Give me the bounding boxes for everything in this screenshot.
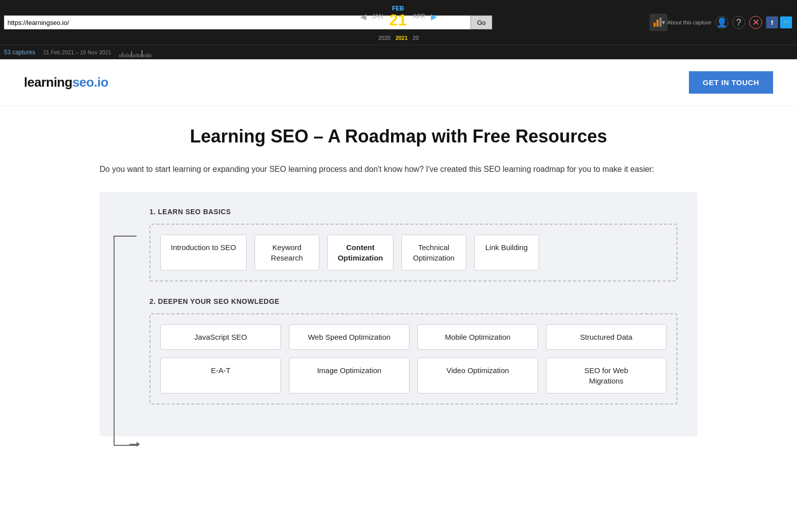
card-eat[interactable]: E-A-T (160, 358, 281, 394)
site-logo[interactable]: learningseo.io (24, 75, 108, 90)
card-javascript-seo[interactable]: JavaScript SEO (160, 324, 281, 350)
wayback-year-next: 20 (412, 35, 418, 41)
card-content-optimization[interactable]: ContentOptimization (327, 235, 394, 270)
card-image-optimization[interactable]: Image Optimization (289, 358, 409, 394)
wayback-help-icon[interactable]: ? (732, 16, 745, 29)
section2-label: 2. DEEPEN YOUR SEO KNOWLEDGE (149, 297, 677, 305)
wayback-next-button[interactable]: ▶ (431, 12, 437, 21)
facebook-icon[interactable]: f (766, 16, 778, 28)
section1: 1. LEARN SEO BASICS Introduction to SEO … (149, 208, 677, 281)
card-video-optimization[interactable]: Video Optimization (417, 358, 538, 394)
svg-rect-1 (657, 20, 659, 27)
twitter-icon[interactable]: 🐦 (780, 16, 792, 28)
arrow-connector (130, 442, 140, 447)
card-keyword-research[interactable]: KeywordResearch (255, 235, 319, 270)
wayback-year-2020[interactable]: 2020 (378, 35, 390, 41)
timeline-ticks (119, 47, 151, 57)
wayback-bar: Go ◀ JAN FEB 21 APR ▶ 2020 2021 20 ▼ Abo… (0, 0, 797, 45)
wayback-month-apr[interactable]: APR (413, 13, 425, 20)
card-seo-migrations[interactable]: SEO for WebMigrations (546, 358, 666, 394)
logo-io: io (97, 75, 108, 90)
roadmap-container: 1. LEARN SEO BASICS Introduction to SEO … (100, 192, 697, 436)
wayback-active-day: 21 (389, 12, 407, 28)
wayback-user-icon[interactable]: 👤 (715, 16, 728, 29)
page-title: Learning SEO – A Roadmap with Free Resou… (24, 126, 773, 147)
section1-label: 1. LEARN SEO BASICS (149, 208, 677, 216)
card-link-building[interactable]: Link Building (474, 235, 539, 270)
site-header: learningseo.io GET IN TOUCH (0, 59, 797, 106)
section2-box: JavaScript SEO Web Speed Optimization Mo… (149, 313, 677, 404)
capture-dates: 21 Feb 2021 – 15 Nov 2021 (43, 49, 111, 55)
wayback-go-button[interactable]: Go (471, 15, 492, 29)
logo-seo: seo (72, 75, 94, 90)
wayback-close-icon[interactable]: ✕ (749, 16, 762, 29)
wayback-icons: ▼ About this capture 👤 ? ✕ f 🐦 (661, 16, 792, 29)
card-web-speed[interactable]: Web Speed Optimization (289, 324, 409, 350)
about-capture-link[interactable]: ▼ About this capture (661, 19, 711, 25)
wayback-month-jan[interactable]: JAN (372, 13, 384, 20)
card-structured-data[interactable]: Structured Data (546, 324, 666, 350)
card-technical-optimization[interactable]: TechnicalOptimization (401, 235, 466, 270)
captures-link[interactable]: 53 captures (4, 49, 35, 56)
section1-box: Introduction to SEO KeywordResearch Cont… (149, 224, 677, 281)
card-intro-seo[interactable]: Introduction to SEO (160, 235, 247, 270)
section1-cards: Introduction to SEO KeywordResearch Cont… (160, 235, 666, 270)
get-in-touch-button[interactable]: GET IN TOUCH (689, 71, 773, 94)
h-line-top (114, 236, 136, 237)
wayback-prev-button[interactable]: ◀ (360, 12, 366, 21)
vertical-connector-line (114, 236, 115, 445)
section2-cards: JavaScript SEO Web Speed Optimization Mo… (160, 324, 666, 394)
wayback-social: f 🐦 (766, 16, 792, 28)
logo-learning: learning (24, 75, 72, 90)
main-content: Learning SEO – A Roadmap with Free Resou… (0, 106, 797, 456)
svg-rect-0 (654, 23, 656, 27)
card-mobile-optimization[interactable]: Mobile Optimization (417, 324, 538, 350)
section2: 2. DEEPEN YOUR SEO KNOWLEDGE JavaScript … (149, 297, 677, 404)
wayback-year-2021[interactable]: 2021 (396, 35, 407, 41)
intro-text: Do you want to start learning or expandi… (100, 163, 697, 176)
